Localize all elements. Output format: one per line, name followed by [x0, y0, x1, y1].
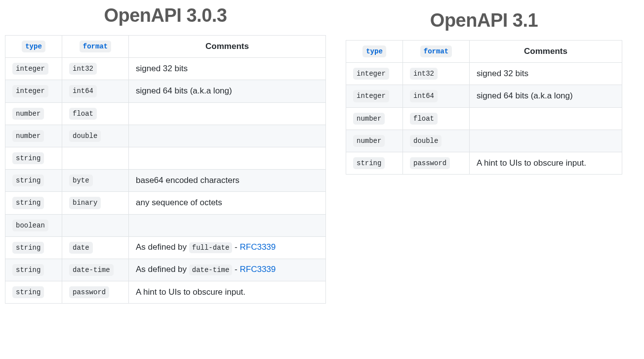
cell-comment: signed 32 bits — [129, 58, 326, 80]
title-right: OpenAPI 3.1 — [346, 10, 622, 31]
format-value: double — [69, 130, 101, 142]
table-row: integerint32signed 32 bits — [5, 58, 326, 80]
header-type: type — [5, 36, 62, 58]
cell-comment — [129, 214, 326, 236]
cell-type: boolean — [5, 214, 62, 236]
cell-type: integer — [5, 58, 62, 80]
table-row: integerint32signed 32 bits — [346, 63, 622, 85]
cell-format: double — [62, 125, 129, 147]
type-value: string — [12, 242, 44, 254]
panel-left: OpenAPI 3.0.3 type format Comments integ… — [5, 5, 326, 304]
format-value: int32 — [69, 63, 97, 75]
cell-type: string — [5, 281, 62, 304]
format-value: byte — [69, 175, 93, 186]
cell-type: integer — [5, 80, 62, 102]
table-row: integerint64signed 64 bits (a.k.a long) — [346, 85, 622, 107]
comment-text: A hint to UIs to obscure input. — [136, 287, 245, 297]
cell-type: number — [5, 125, 62, 147]
cell-format: date — [62, 236, 129, 259]
cell-type: number — [346, 130, 403, 152]
cell-type: string — [5, 147, 62, 169]
type-value: string — [12, 152, 44, 164]
table-row: numberdouble — [5, 125, 326, 147]
table-row: string — [5, 147, 326, 169]
type-value: string — [12, 264, 44, 276]
format-value: int64 — [410, 90, 438, 102]
cell-type: number — [346, 107, 403, 130]
cell-comment — [470, 130, 622, 152]
table-right: type format Comments integerint32signed … — [346, 40, 622, 175]
format-value: float — [69, 108, 97, 120]
format-value: password — [410, 157, 450, 169]
cell-format: byte — [62, 170, 129, 192]
cell-comment: signed 32 bits — [470, 63, 622, 85]
cell-comment — [129, 102, 326, 125]
cell-comment — [470, 107, 622, 130]
cell-format: float — [403, 107, 470, 130]
table-left: type format Comments integerint32signed … — [5, 35, 326, 304]
cell-comment: As defined by date-time - RFC3339 — [129, 259, 326, 281]
format-value: date-time — [69, 264, 114, 276]
table-row: numberdouble — [346, 130, 622, 152]
cell-comment: any sequence of octets — [129, 192, 326, 214]
comment-sep: - — [232, 242, 240, 252]
table-row: stringdateAs defined by full-date - RFC3… — [5, 236, 326, 259]
comment-text: signed 64 bits (a.k.a long) — [477, 91, 573, 100]
table-row: stringpasswordA hint to UIs to obscure i… — [5, 281, 326, 304]
cell-comment: As defined by full-date - RFC3339 — [129, 236, 326, 259]
cell-comment: signed 64 bits (a.k.a long) — [129, 80, 326, 102]
type-value: number — [353, 135, 385, 147]
cell-format: date-time — [62, 259, 129, 281]
cell-type: string — [346, 152, 403, 174]
type-value: integer — [12, 85, 48, 97]
type-value: integer — [12, 63, 48, 75]
cell-format: password — [403, 152, 470, 174]
table-row: stringdate-timeAs defined by date-time -… — [5, 259, 326, 281]
cell-type: string — [5, 259, 62, 281]
cell-type: integer — [346, 63, 403, 85]
comment-text: signed 32 bits — [477, 69, 528, 78]
cell-type: string — [5, 170, 62, 192]
type-value: number — [12, 108, 44, 120]
format-value: int64 — [69, 85, 97, 97]
type-value: integer — [353, 90, 389, 102]
rfc-link[interactable]: RFC3339 — [240, 242, 276, 252]
cell-comment — [129, 147, 326, 169]
format-value: binary — [69, 197, 101, 209]
comment-text: A hint to UIs to obscure input. — [477, 158, 586, 168]
comment-prefix: As defined by — [136, 265, 189, 274]
rfc-link[interactable]: RFC3339 — [240, 265, 276, 274]
type-value: number — [353, 113, 385, 125]
type-value: integer — [353, 68, 389, 80]
comment-code: date-time — [189, 265, 233, 275]
cell-comment — [129, 125, 326, 147]
format-value: int32 — [410, 68, 438, 80]
table-row: stringbinaryany sequence of octets — [5, 192, 326, 214]
cell-format — [62, 214, 129, 236]
type-value: string — [353, 157, 385, 169]
cell-format: password — [62, 281, 129, 304]
header-comments: Comments — [129, 36, 326, 58]
cell-type: string — [5, 236, 62, 259]
cell-comment: signed 64 bits (a.k.a long) — [470, 85, 622, 107]
comment-code: full-date — [189, 242, 233, 253]
title-left: OpenAPI 3.0.3 — [5, 5, 326, 26]
format-value: password — [69, 286, 109, 298]
table-row: stringbytebase64 encoded characters — [5, 170, 326, 192]
cell-format — [62, 147, 129, 169]
header-type: type — [346, 41, 403, 63]
cell-comment: A hint to UIs to obscure input. — [129, 281, 326, 304]
comment-prefix: As defined by — [136, 242, 189, 252]
table-row: numberfloat — [5, 102, 326, 125]
cell-format: float — [62, 102, 129, 125]
cell-comment: A hint to UIs to obscure input. — [470, 152, 622, 174]
comment-text: signed 64 bits (a.k.a long) — [136, 86, 232, 95]
type-value: string — [12, 175, 44, 186]
table-row: numberfloat — [346, 107, 622, 130]
cell-format: int64 — [62, 80, 129, 102]
cell-type: integer — [346, 85, 403, 107]
format-value: float — [410, 113, 438, 125]
comment-text: signed 32 bits — [136, 64, 188, 73]
table-row: stringpasswordA hint to UIs to obscure i… — [346, 152, 622, 174]
type-value: number — [12, 130, 44, 142]
